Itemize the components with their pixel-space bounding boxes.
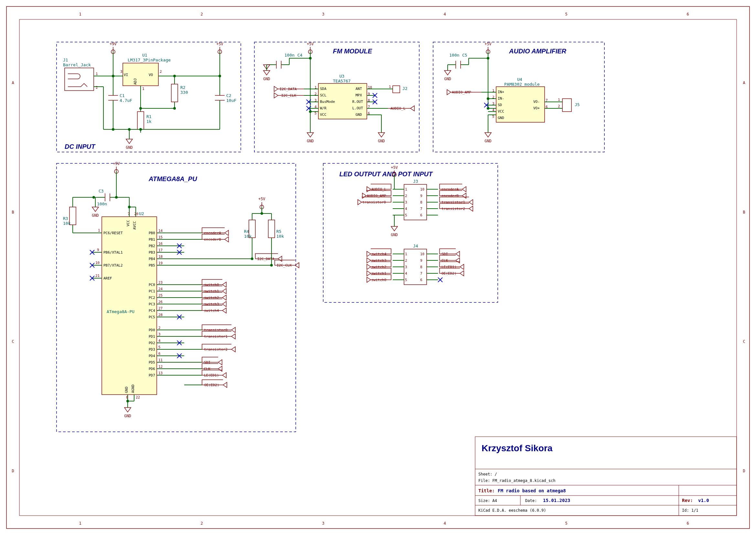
net-audio-amp: AUDIO_AMP [447, 90, 482, 95]
svg-text:transistor1: transistor1 [442, 200, 465, 205]
svg-text:PC0: PC0 [149, 283, 155, 287]
svg-text:J1: J1 [63, 58, 68, 62]
svg-text:AUDIO_L: AUDIO_L [371, 187, 387, 191]
svg-text:10: 10 [420, 252, 424, 256]
j5: J5 1 2 [545, 98, 580, 112]
svg-text:3: 3 [322, 12, 324, 16]
svg-text:26: 26 [158, 300, 163, 304]
svg-text:VCC: VCC [498, 109, 504, 114]
svg-text:GND: GND [92, 213, 99, 218]
svg-text:2: 2 [558, 104, 560, 108]
svg-point-227 [128, 206, 131, 208]
svg-text:Rev:: Rev: [682, 498, 693, 503]
svg-text:8: 8 [126, 395, 128, 400]
svg-text:2: 2 [96, 85, 98, 90]
svg-text:ADJ: ADJ [133, 78, 137, 85]
svg-text:U2: U2 [139, 211, 144, 216]
svg-text:encoderA: encoderA [204, 231, 221, 235]
svg-text:PD0: PD0 [149, 328, 155, 332]
svg-text:OE(ED2): OE(ED2) [442, 271, 456, 276]
svg-point-366 [260, 212, 263, 215]
svg-text:C: C [743, 339, 745, 344]
svg-text:U1: U1 [142, 53, 148, 58]
svg-text:4.7uF: 4.7uF [120, 98, 132, 103]
power-9v: +9V [110, 42, 117, 76]
svg-text:FM radio based on atmega8: FM radio based on atmega8 [498, 488, 566, 493]
svg-text:switch0: switch0 [204, 283, 219, 287]
svg-text:1: 1 [96, 72, 98, 76]
svg-text:switch1: switch1 [371, 271, 386, 276]
svg-text:A: A [12, 80, 14, 85]
svg-text:+5V: +5V [484, 42, 492, 46]
c5: 100n C5 GND +5V [444, 42, 492, 108]
svg-text:19: 19 [158, 261, 163, 265]
svg-text:v1.0: v1.0 [698, 498, 709, 503]
block-fm-title: FM MODULE [333, 47, 372, 55]
svg-text:1k: 1k [147, 119, 151, 124]
svg-text:L.OUT: L.OUT [352, 106, 363, 110]
svg-text:R2: R2 [180, 85, 185, 90]
svg-text:24: 24 [158, 287, 163, 291]
svg-text:100n: 100n [449, 53, 459, 58]
block-dc-title: DC INPUT [65, 143, 96, 150]
svg-text:4: 4 [444, 521, 446, 526]
svg-text:encoderB: encoderB [442, 194, 459, 198]
svg-text:switch0: switch0 [371, 278, 386, 282]
svg-text:VCC: VCC [126, 220, 130, 226]
net-i2c-data: I2C_DATA [274, 86, 304, 92]
svg-text:encoderB: encoderB [204, 238, 221, 241]
svg-text:switch3: switch3 [371, 259, 386, 263]
svg-text:J5: J5 [575, 102, 580, 107]
svg-text:+5V: +5V [216, 42, 223, 46]
svg-text:1: 1 [405, 187, 407, 191]
svg-text:PB7/XTAL2: PB7/XTAL2 [103, 263, 123, 268]
svg-point-189 [487, 98, 489, 100]
svg-text:D: D [12, 469, 14, 473]
svg-text:PAM8302_module: PAM8302_module [504, 82, 540, 87]
svg-text:LM317_3PinPackage: LM317_3PinPackage [128, 58, 171, 62]
svg-text:encoderA: encoderA [442, 187, 459, 191]
svg-text:SD: SD [498, 103, 502, 107]
svg-text:+5V: +5V [391, 165, 398, 170]
svg-text:7: 7 [420, 207, 422, 211]
svg-text:1: 1 [79, 521, 81, 526]
svg-text:14: 14 [158, 229, 163, 233]
svg-text:9: 9 [97, 248, 99, 252]
svg-text:3: 3 [158, 332, 161, 336]
svg-text:PC3: PC3 [149, 302, 155, 306]
svg-text:R5: R5 [276, 229, 282, 234]
svg-text:3: 3 [405, 200, 407, 205]
svg-text:PB6/XTAL1: PB6/XTAL1 [103, 250, 123, 255]
svg-text:U3: U3 [339, 74, 344, 79]
svg-text:1: 1 [405, 252, 407, 256]
svg-text:Barrel_Jack: Barrel_Jack [63, 62, 91, 67]
svg-text:6: 6 [687, 521, 689, 526]
block-amp-title: AUDIO AMPLIFIER [509, 47, 567, 55]
svg-text:1: 1 [558, 98, 560, 102]
svg-text:IN+: IN+ [498, 90, 504, 94]
svg-text:100n: 100n [284, 53, 294, 58]
svg-text:GND: GND [126, 145, 133, 150]
c3: C3 100n [95, 188, 116, 206]
j1-barrel-jack: J1 Barrel_Jack 1 2 [63, 58, 98, 91]
svg-text:switch1: switch1 [204, 289, 219, 294]
svg-text:GND: GND [307, 139, 314, 143]
svg-text:CLK: CLK [442, 259, 448, 263]
net-audio-l: AUDIO_L [388, 106, 414, 111]
svg-text:Title:: Title: [478, 488, 495, 493]
svg-text:GND: GND [124, 386, 129, 393]
svg-text:Krzysztof Sikora: Krzysztof Sikora [482, 443, 553, 453]
svg-point-96 [309, 57, 311, 60]
svg-rect-61 [137, 112, 144, 129]
svg-text:ANT: ANT [356, 87, 362, 91]
svg-text:BusMode: BusMode [320, 99, 335, 104]
svg-text:PD4: PD4 [149, 354, 155, 358]
ruler-right: A B C D [743, 80, 745, 473]
svg-text:18: 18 [158, 255, 163, 259]
svg-text:7: 7 [420, 271, 422, 276]
svg-text:8: 8 [420, 265, 422, 269]
svg-text:7: 7 [128, 212, 130, 216]
svg-point-164 [487, 57, 489, 60]
svg-text:R.OUT: R.OUT [352, 99, 363, 104]
svg-text:I2C_CLK: I2C_CLK [281, 94, 296, 98]
